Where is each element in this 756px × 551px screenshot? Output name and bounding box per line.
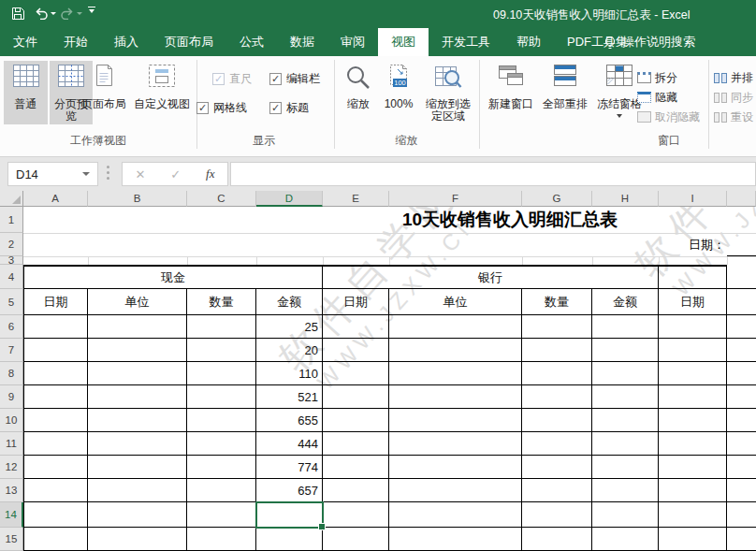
row-header-3[interactable]: 3: [0, 256, 23, 265]
tab-帮助[interactable]: 帮助: [503, 28, 554, 56]
cell-E7[interactable]: [323, 339, 389, 362]
cell-F10[interactable]: [389, 409, 522, 432]
cell-J5[interactable]: [727, 289, 756, 315]
formula-bar-checkbox[interactable]: ✓ 编辑栏: [269, 71, 320, 87]
cell-B7[interactable]: [88, 339, 187, 362]
split-button[interactable]: 拆分: [637, 69, 677, 86]
cell-B13[interactable]: [88, 479, 187, 502]
cell-E15[interactable]: [323, 528, 389, 551]
cell-A15[interactable]: [23, 528, 88, 551]
formula-bar-resize-handle[interactable]: [107, 166, 109, 180]
normal-view-button[interactable]: 普通: [4, 61, 48, 124]
cell-D8[interactable]: 110: [256, 362, 323, 385]
cell-I10[interactable]: [659, 409, 727, 432]
arrange-all-button[interactable]: 全部重排: [539, 61, 591, 124]
synchronous-scrolling-button[interactable]: 同步: [714, 89, 753, 106]
cell-C5[interactable]: 数量: [187, 289, 256, 315]
cell-E9[interactable]: [323, 385, 389, 409]
cell-A8[interactable]: [23, 362, 88, 385]
cell-cash-section[interactable]: 现金: [23, 265, 323, 289]
row-header-12[interactable]: 12: [0, 456, 23, 479]
cell-C15[interactable]: [187, 528, 256, 551]
tab-文件[interactable]: 文件: [0, 28, 51, 56]
cell-I12[interactable]: [659, 456, 727, 479]
row-header-13[interactable]: 13: [0, 479, 23, 502]
cell-F15[interactable]: [389, 528, 522, 551]
cell-E14[interactable]: [323, 502, 389, 528]
cell-C8[interactable]: [187, 362, 256, 385]
row-header-15[interactable]: 15: [0, 528, 23, 551]
column-header-F[interactable]: F: [389, 191, 522, 207]
cell-I9[interactable]: [659, 385, 727, 409]
cell-J10[interactable]: [727, 409, 756, 432]
cell-I14[interactable]: [659, 502, 727, 528]
new-window-button[interactable]: 新建窗口: [485, 61, 537, 124]
cell-C11[interactable]: [187, 432, 256, 456]
cell-J9[interactable]: [727, 385, 756, 409]
row-header-4[interactable]: 4: [0, 265, 23, 289]
cell-J8[interactable]: [727, 362, 756, 385]
row-header-9[interactable]: 9: [0, 385, 23, 409]
row-header-8[interactable]: 8: [0, 362, 23, 385]
cell-G14[interactable]: [522, 502, 592, 528]
cell-E11[interactable]: [323, 432, 389, 456]
column-header-E[interactable]: E: [323, 191, 389, 207]
cell-D7[interactable]: 20: [256, 339, 323, 362]
tab-数据[interactable]: 数据: [277, 28, 327, 56]
row-header-11[interactable]: 11: [0, 432, 23, 456]
cell-F11[interactable]: [389, 432, 522, 456]
cell-B10[interactable]: [88, 409, 187, 432]
cell-B6[interactable]: [88, 315, 187, 339]
cell-A14[interactable]: [23, 502, 88, 528]
tab-开发工具[interactable]: 开发工具: [429, 28, 503, 56]
active-cell-selection[interactable]: [255, 501, 324, 529]
ruler-checkbox[interactable]: ✓ 直尺: [212, 71, 252, 87]
cell-F5[interactable]: 单位: [389, 289, 522, 315]
column-header-J[interactable]: [727, 191, 756, 207]
cell-H10[interactable]: [592, 409, 659, 432]
cell-F14[interactable]: [389, 502, 522, 528]
headings-checkbox[interactable]: ✓ 标题: [269, 100, 309, 116]
cell-I5[interactable]: 日期: [659, 289, 727, 315]
column-header-B[interactable]: B: [88, 191, 187, 207]
save-button[interactable]: [11, 7, 25, 21]
cell-C9[interactable]: [187, 385, 256, 409]
cell-J14[interactable]: [727, 502, 756, 528]
cell-I4[interactable]: [659, 265, 727, 289]
cell-E12[interactable]: [323, 456, 389, 479]
cell-D12[interactable]: 774: [256, 456, 323, 479]
cell-G6[interactable]: [522, 315, 592, 339]
cell-F7[interactable]: [389, 339, 522, 362]
column-header-D[interactable]: D: [256, 191, 323, 207]
column-header-G[interactable]: G: [522, 191, 592, 207]
cell-C10[interactable]: [187, 409, 256, 432]
enter-icon[interactable]: ✓: [170, 167, 181, 181]
cell-B9[interactable]: [88, 385, 187, 409]
cell-F12[interactable]: [389, 456, 522, 479]
cell-C7[interactable]: [187, 339, 256, 362]
fill-handle[interactable]: [318, 523, 326, 530]
zoom-button[interactable]: 缩放: [340, 61, 377, 124]
cell-J15[interactable]: [727, 528, 756, 551]
row-header-6[interactable]: 6: [0, 315, 23, 339]
hide-button[interactable]: 隐藏: [637, 89, 677, 106]
cell-G13[interactable]: [522, 479, 592, 502]
cell-H7[interactable]: [592, 339, 659, 362]
tab-插入[interactable]: 插入: [101, 28, 152, 56]
name-box[interactable]: D14: [7, 162, 98, 186]
cell-H14[interactable]: [592, 502, 659, 528]
row-header-5[interactable]: 5: [0, 289, 23, 315]
spreadsheet-grid[interactable]: 软件自学网WWW.JZXW.CN软件自学网WWW.JZXW.CN现金银行日期单位…: [23, 207, 756, 551]
select-all-corner[interactable]: [0, 191, 23, 207]
cell-D11[interactable]: 444: [256, 432, 323, 456]
tab-公式[interactable]: 公式: [226, 28, 277, 56]
cell-B14[interactable]: [88, 502, 187, 528]
unhide-button[interactable]: 取消隐藏: [637, 109, 700, 125]
cell-J12[interactable]: [727, 456, 756, 479]
cell-G11[interactable]: [522, 432, 592, 456]
zoom-to-selection-button[interactable]: 缩放到选定区域: [420, 61, 476, 124]
zoom-100-button[interactable]: 100 100%: [379, 61, 418, 124]
row-header-10[interactable]: 10: [0, 409, 23, 432]
cell-F8[interactable]: [389, 362, 522, 385]
cell-E8[interactable]: [323, 362, 389, 385]
